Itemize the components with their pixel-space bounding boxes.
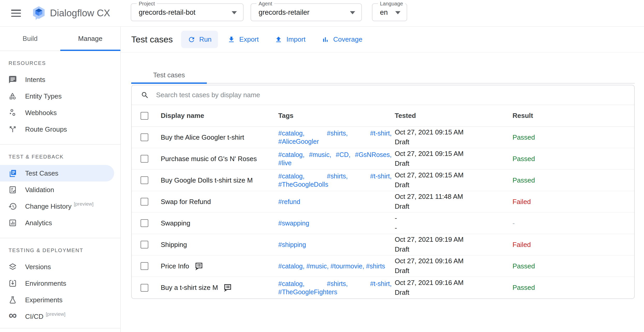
sidebar-tab-manage[interactable]: Manage: [60, 27, 121, 51]
stacked-pages-icon: [8, 169, 17, 178]
tag-link[interactable]: #catalog: [278, 130, 303, 137]
sidebar-item-environments[interactable]: Environments: [0, 275, 120, 292]
tag-link[interactable]: #catalog: [278, 262, 303, 270]
import-button[interactable]: Import: [268, 31, 312, 48]
row-checkbox-cell: [132, 176, 161, 184]
display-name-cell: Buy Google Dolls t-shirt size M: [161, 176, 278, 184]
row-checkbox[interactable]: [141, 155, 148, 163]
tag-link[interactable]: #shirts: [327, 280, 346, 287]
tag-link[interactable]: #TheGoogleDolls: [278, 181, 328, 188]
tag-link[interactable]: #swapping: [278, 220, 309, 227]
tag-link[interactable]: #t-shirt: [370, 172, 390, 180]
sidebar-item-analytics[interactable]: Analytics: [0, 215, 120, 231]
tag-link[interactable]: #t-shirt: [370, 130, 390, 137]
tag-link[interactable]: #shirts: [327, 130, 346, 137]
sidebar-tab-build[interactable]: Build: [0, 27, 60, 51]
tag-link[interactable]: #AliceGoogler: [278, 138, 319, 145]
row-checkbox[interactable]: [141, 262, 148, 270]
sidebar-item-label: Test Cases: [25, 169, 58, 177]
search-bar: [132, 85, 634, 105]
sidebar-item-change-history[interactable]: Change History[preview]: [0, 198, 120, 215]
sidebar-item-label: Change History: [25, 202, 71, 210]
display-name-cell: Shipping: [161, 241, 278, 249]
result-text: Failed: [513, 241, 634, 249]
table-row[interactable]: Shipping#shippingOct 27, 2021 09:19 AMDr…: [132, 234, 634, 255]
column-header-tags: Tags: [278, 112, 395, 120]
select-all-checkbox[interactable]: [141, 112, 148, 120]
display-name-cell: Swap for Refund: [161, 198, 278, 206]
tag-link[interactable]: #tourmovie: [331, 262, 363, 270]
row-checkbox[interactable]: [141, 219, 148, 227]
row-checkbox[interactable]: [141, 284, 148, 292]
toolbar: Test cases RunExportImportCoverage: [121, 27, 644, 52]
tag-link[interactable]: #shirts: [327, 172, 346, 180]
tag-link[interactable]: #TheGoogleFighters: [278, 288, 337, 296]
preview-badge: [preview]: [74, 201, 93, 207]
toolbar-button-label: Import: [286, 35, 305, 43]
tag-link[interactable]: #GsNRoses: [355, 151, 390, 158]
display-name-cell: Buy the Alice Googler t-shirt: [161, 133, 278, 141]
sidebar-item-label: Validation: [25, 186, 54, 194]
tag-link[interactable]: #catalog: [278, 151, 303, 158]
language-select[interactable]: Language en: [372, 3, 407, 21]
tag-link[interactable]: #refund: [278, 198, 300, 205]
sidebar-item-route-groups[interactable]: Route Groups: [0, 121, 120, 138]
display-name: Buy the Alice Googler t-shirt: [161, 133, 244, 141]
row-checkbox-cell: [132, 241, 161, 248]
column-header-display-name: Display name: [161, 112, 278, 120]
display-name-cell: Swapping: [161, 219, 278, 227]
tag-link[interactable]: #catalog: [278, 172, 303, 180]
table-row[interactable]: Price Info#catalog, #music, #tourmovie, …: [132, 255, 634, 277]
sidebar-item-experiments[interactable]: Experiments: [0, 292, 120, 308]
agent-select[interactable]: Agent grecords-retailer: [251, 3, 362, 21]
sidebar-item-versions[interactable]: Versions: [0, 259, 120, 275]
tested-env: Draft: [395, 245, 513, 254]
chat-bubble-icon: [8, 75, 17, 84]
row-checkbox-cell: [132, 219, 161, 227]
sidebar-item-ci-cd[interactable]: ∞CI/CD[preview]: [0, 308, 120, 325]
row-checkbox[interactable]: [141, 133, 148, 141]
tab-test-cases[interactable]: Test cases: [131, 67, 207, 83]
tag-link[interactable]: #CD: [336, 151, 349, 158]
sidebar-item-validation[interactable]: Validation: [0, 182, 120, 198]
column-header-tested: Tested: [395, 112, 513, 120]
search-input[interactable]: [156, 91, 626, 99]
tag-link[interactable]: #music: [306, 262, 327, 270]
tested-cell: Oct 27, 2021 09:16 AMDraft: [395, 278, 513, 297]
sidebar-item-label: Environments: [25, 280, 66, 288]
coverage-button[interactable]: Coverage: [315, 31, 369, 48]
flask-icon: [8, 296, 17, 304]
tag-link[interactable]: #live: [278, 159, 291, 167]
row-checkbox[interactable]: [141, 198, 148, 206]
display-name: Purchase music of G's N' Roses: [161, 155, 257, 163]
row-checkbox[interactable]: [141, 176, 148, 184]
tested-date: Oct 27, 2021 09:19 AM: [395, 235, 513, 245]
table-row[interactable]: Swap for Refund#refundOct 27, 2021 11:48…: [132, 191, 634, 213]
tag-link[interactable]: #catalog: [278, 280, 303, 287]
row-checkbox-cell: [132, 284, 161, 292]
tag-link[interactable]: #shipping: [278, 241, 306, 248]
sidebar-section-title: RESOURCES: [0, 51, 120, 71]
sidebar-item-webhooks[interactable]: Webhooks: [0, 104, 120, 121]
sidebar-item-intents[interactable]: Intents: [0, 71, 120, 88]
export-button[interactable]: Export: [221, 31, 265, 48]
table-row[interactable]: Buy Google Dolls t-shirt size M#catalog,…: [132, 170, 634, 191]
run-button[interactable]: Run: [181, 31, 218, 48]
row-checkbox[interactable]: [141, 241, 148, 248]
tag-link[interactable]: #shirts: [366, 262, 385, 270]
hamburger-menu-icon[interactable]: [11, 10, 21, 17]
tags-cell: #catalog, #shirts, #t-shirt, #AliceGoogl…: [278, 129, 395, 146]
table-row[interactable]: Buy a t-shirt size M#catalog, #shirts, #…: [132, 277, 634, 298]
table-row[interactable]: Swapping#swapping---: [132, 213, 634, 234]
sidebar-item-test-cases[interactable]: Test Cases: [0, 165, 114, 182]
tag-link[interactable]: #t-shirt: [370, 280, 390, 287]
display-name-cell: Buy a t-shirt size M: [161, 284, 278, 292]
table-row[interactable]: Buy the Alice Googler t-shirt#catalog, #…: [132, 127, 634, 148]
scatter-nodes-icon: [8, 108, 17, 117]
tag-link[interactable]: #music: [309, 151, 330, 158]
result-text: Passed: [513, 176, 634, 184]
dialogflow-logo[interactable]: Dialogflow CX: [32, 6, 110, 21]
project-select[interactable]: Project grecords-retail-bot: [131, 3, 244, 21]
table-row[interactable]: Purchase music of G's N' Roses#catalog, …: [132, 148, 634, 170]
sidebar-item-entity-types[interactable]: Entity Types: [0, 88, 120, 104]
